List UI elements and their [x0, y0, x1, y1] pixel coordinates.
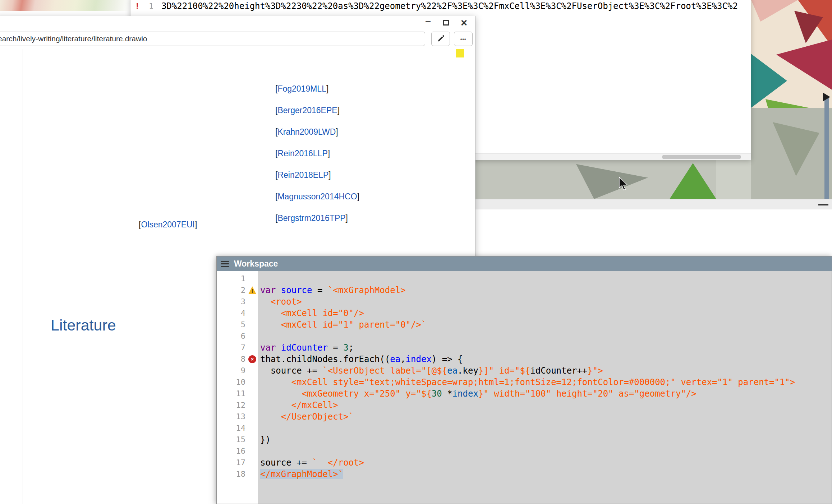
citation-link[interactable]: [Fog2019MLL] — [275, 84, 328, 94]
more-button[interactable]: ••• — [454, 32, 473, 46]
side-scrollbar[interactable] — [824, 98, 829, 199]
workspace-titlebar[interactable]: Workspace — [217, 256, 832, 271]
citation-link[interactable]: [Olsen2007EUI] — [139, 220, 197, 230]
code-line[interactable]: <mxGeometry x="250" y="${30 *index}" wid… — [260, 388, 832, 399]
gutter-line: 18 — [217, 468, 258, 480]
bracket: ] — [326, 84, 328, 93]
code-line[interactable]: var source = `<mxGraphModel> — [260, 285, 832, 296]
gutter-line: 7 — [217, 342, 258, 353]
citation-key: Olsen2007EUI — [141, 220, 195, 229]
canvas-border — [23, 49, 23, 504]
code-line[interactable]: </mxCell> — [260, 399, 832, 411]
minimize-button[interactable]: – — [423, 17, 433, 28]
gutter-line: 15 — [217, 434, 258, 445]
code-line[interactable]: </mxGraphModel>` — [260, 468, 832, 480]
address-input[interactable] — [0, 32, 425, 46]
citation-key: Rein2018ELP — [277, 170, 328, 180]
scrollbar-thumb[interactable] — [662, 155, 741, 159]
gutter-line: 17 — [217, 457, 258, 468]
gutter-line: 4 — [217, 308, 258, 319]
gutter-line: 16 — [217, 445, 258, 457]
bracket: ] — [328, 149, 330, 158]
menu-icon[interactable] — [221, 261, 229, 267]
code-line[interactable]: var idCounter = 3; — [260, 342, 832, 353]
line-number: 1 — [144, 2, 153, 10]
citation-key: Fog2019MLL — [277, 84, 326, 93]
code-line[interactable] — [260, 330, 832, 342]
gutter-line: 9 — [217, 365, 258, 376]
citation-link[interactable]: [Krahn2009LWD] — [275, 127, 338, 137]
citation-key: Magnusson2014HCO — [277, 192, 357, 201]
gutter-line: 11 — [217, 388, 258, 399]
workspace-code[interactable]: var source = `<mxGraphModel> <root> <mxC… — [258, 271, 832, 504]
citation-link[interactable]: [Rein2018ELP] — [275, 170, 331, 180]
citation-link[interactable]: [Magnusson2014HCO] — [275, 192, 359, 202]
code-line[interactable] — [260, 273, 832, 285]
code-line[interactable]: that.childNodes.forEach((ea,index) => { — [260, 353, 832, 365]
desktop-wallpaper-top — [0, 0, 130, 11]
citation-link[interactable]: [Berger2016EPE] — [275, 106, 340, 115]
code-line[interactable]: </UserObject>` — [260, 411, 832, 422]
code-line[interactable] — [260, 422, 832, 434]
gutter-line: 3 — [217, 296, 258, 308]
gutter-line: 8× — [217, 353, 258, 365]
gutter-line: 5 — [217, 319, 258, 330]
background-window-edge — [475, 199, 832, 209]
workspace-gutter: 12!345678×9101112131415161718 — [217, 271, 258, 504]
bracket: ] — [337, 106, 340, 115]
citation-key: Rein2016LLP — [277, 149, 327, 158]
window-titlebar[interactable]: – × — [0, 16, 475, 29]
gutter-line: 1 — [217, 273, 258, 285]
citation-link[interactable]: [Rein2016LLP] — [275, 149, 330, 158]
encoded-code-text: 3D%22100%22%20height%3D%2230%22%20as%3D%… — [161, 1, 738, 11]
side-handle-icon — [823, 93, 830, 101]
maximize-icon — [443, 20, 449, 26]
window-toolbar: ••• — [0, 29, 475, 48]
warning-icon: ! — [248, 286, 256, 294]
workspace-window: Workspace 12!345678×9101112131415161718 … — [216, 256, 832, 504]
editor-line[interactable]: ! 1 3D%22100%22%20height%3D%2230%22%20as… — [130, 0, 751, 12]
code-line[interactable]: <mxCell style="text;whiteSpace=wrap;html… — [260, 376, 832, 388]
maximize-button[interactable] — [441, 17, 451, 28]
citation-key: Bergstrm2016TPP — [277, 213, 345, 223]
minimize-dash-icon — [818, 204, 828, 205]
code-line[interactable]: }) — [260, 434, 832, 445]
pencil-icon — [437, 35, 445, 43]
code-line[interactable] — [260, 445, 832, 457]
gutter-line: 12 — [217, 399, 258, 411]
gutter-line: 10 — [217, 376, 258, 388]
bracket: ] — [336, 127, 338, 137]
code-line[interactable]: source += `<UserObject label="[@${ea.key… — [260, 365, 832, 376]
code-line[interactable]: <root> — [260, 296, 832, 308]
gutter-line: 2! — [217, 285, 258, 296]
bracket: ] — [328, 170, 331, 180]
code-editor[interactable]: 12!345678×9101112131415161718 var source… — [217, 271, 832, 504]
yellow-marker — [456, 49, 464, 57]
desktop-wallpaper-gap — [475, 160, 751, 199]
bracket: ] — [195, 220, 197, 229]
citation-key: Berger2016EPE — [277, 106, 337, 115]
desktop-wallpaper-right — [751, 0, 832, 199]
edit-button[interactable] — [431, 32, 450, 46]
diagram-heading: Literature — [51, 316, 116, 334]
workspace-title: Workspace — [234, 259, 278, 269]
error-marker-icon: ! — [130, 1, 144, 11]
code-line[interactable]: source += ` </root> — [260, 457, 832, 468]
gutter-line: 14 — [217, 422, 258, 434]
citation-key: Krahn2009LWD — [277, 127, 336, 137]
gutter-line: 6 — [217, 330, 258, 342]
code-line[interactable]: <mxCell id="0"/> — [260, 308, 832, 319]
bracket: ] — [346, 213, 348, 223]
window-controls: – × — [423, 17, 469, 28]
citation-link[interactable]: [Bergstrm2016TPP] — [275, 213, 348, 223]
bracket: ] — [357, 192, 359, 201]
close-button[interactable]: × — [459, 17, 469, 28]
code-line[interactable]: <mxCell id="1" parent="0"/>` — [260, 319, 832, 330]
error-icon: × — [248, 355, 256, 363]
gutter-line: 13 — [217, 411, 258, 422]
